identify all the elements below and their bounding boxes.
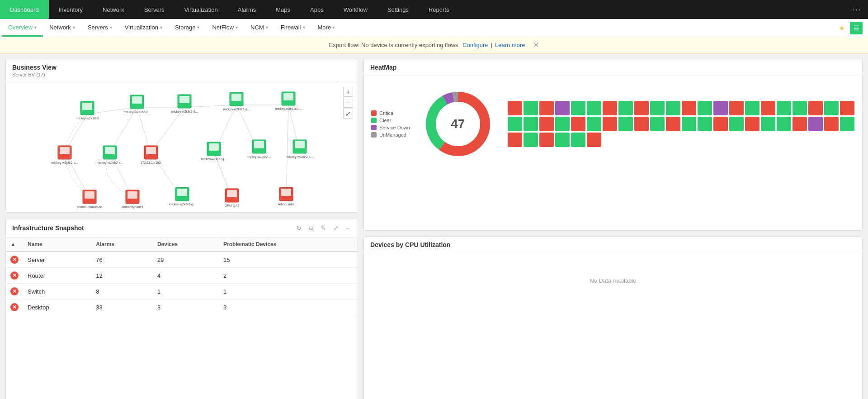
nav-virtualization[interactable]: Virtualization <box>175 0 228 19</box>
subnav-more[interactable]: More ▾ <box>311 19 342 37</box>
subnav-ncm[interactable]: NCM ▾ <box>244 19 274 37</box>
network-node-4[interactable]: mickey-w2k8r2-d... <box>223 92 250 111</box>
configure-link[interactable]: Configure <box>462 42 488 48</box>
problematic-column-header[interactable]: Problematic Devices <box>219 238 358 252</box>
network-node-16[interactable]: Admgr-mbx <box>278 187 295 206</box>
subnav-storage[interactable]: Storage ▾ <box>169 19 206 37</box>
heatmap-cell[interactable] <box>539 101 554 115</box>
heatmap-cell[interactable] <box>729 117 744 131</box>
network-node-3[interactable]: mickey-w2k8r2-d... <box>171 95 198 114</box>
nav-dashboard[interactable]: Dashboard <box>0 0 49 19</box>
zoom-in-button[interactable]: + <box>343 87 353 97</box>
devices-column-header[interactable]: Devices <box>153 238 219 252</box>
subnav-netflow[interactable]: NetFlow ▾ <box>206 19 244 37</box>
fullscreen-button[interactable]: ⤢ <box>331 223 340 233</box>
network-node-7[interactable]: 172.21.10.183 <box>141 146 161 164</box>
heatmap-cell[interactable] <box>603 117 617 131</box>
subnav-servers[interactable]: Servers ▾ <box>81 19 118 37</box>
table-row[interactable]: ✕ Router 12 4 2 <box>6 268 358 284</box>
heatmap-cell[interactable] <box>666 101 680 115</box>
network-node-15[interactable]: OPM-QA4 <box>225 189 239 208</box>
table-row[interactable]: ✕ Desktop 33 3 3 <box>6 299 358 315</box>
favorites-button[interactable]: ★ <box>835 22 848 34</box>
heatmap-cell[interactable] <box>682 101 696 115</box>
heatmap-cell[interactable] <box>634 117 649 131</box>
heatmap-cell[interactable] <box>698 117 712 131</box>
nav-settings[interactable]: Settings <box>377 0 419 19</box>
heatmap-cell[interactable] <box>508 101 522 115</box>
heatmap-cell[interactable] <box>524 117 538 131</box>
network-node-8[interactable]: mickey-w2k8r2-d... <box>52 146 78 165</box>
heatmap-cell[interactable] <box>524 133 538 147</box>
heatmap-cell[interactable] <box>682 117 696 131</box>
table-row[interactable]: ✕ Server 76 29 15 <box>6 252 358 268</box>
heatmap-cell[interactable] <box>555 117 570 131</box>
alarms-column-header[interactable]: Alarms <box>91 238 153 252</box>
heatmap-cell[interactable] <box>539 133 554 147</box>
heatmap-cell[interactable] <box>603 101 617 115</box>
heatmap-cell[interactable] <box>840 117 854 131</box>
zoom-out-button[interactable]: − <box>343 98 353 108</box>
network-node-2[interactable]: mickey-w2k8r2-d... <box>124 95 151 114</box>
nav-alarms[interactable]: Alarms <box>228 0 266 19</box>
learn-more-link[interactable]: Learn more <box>495 42 525 48</box>
subnav-overview[interactable]: Overview ▾ <box>2 19 43 37</box>
nav-apps[interactable]: Apps <box>300 0 334 19</box>
network-node-1[interactable]: mickey-w2k16-3 <box>76 101 99 120</box>
heatmap-cell[interactable] <box>698 101 712 115</box>
heatmap-cell[interactable] <box>587 101 601 115</box>
heatmap-cell[interactable] <box>571 101 585 115</box>
nav-servers[interactable]: Servers <box>134 0 175 19</box>
heatmap-cell[interactable] <box>508 117 522 131</box>
heatmap-cell[interactable] <box>713 101 728 115</box>
nav-maps[interactable]: Maps <box>266 0 300 19</box>
heatmap-cell[interactable] <box>824 101 839 115</box>
nav-reports[interactable]: Reports <box>419 0 459 19</box>
copy-button[interactable]: ⧉ <box>307 223 315 233</box>
expand-button[interactable]: ⤢ <box>343 109 353 119</box>
heatmap-cell[interactable] <box>524 101 538 115</box>
network-map[interactable]: mickey-w2k16-3 mickey-w2k8r2-d... mickey… <box>6 82 358 213</box>
heatmap-cell[interactable] <box>650 101 665 115</box>
heatmap-cell[interactable] <box>587 133 601 147</box>
heatmap-cell[interactable] <box>618 117 633 131</box>
network-node-10[interactable]: mickey-w2k8r2-... <box>247 140 272 159</box>
heatmap-cell[interactable] <box>777 101 791 115</box>
heatmap-cell[interactable] <box>745 101 760 115</box>
heatmap-cell[interactable] <box>777 117 791 131</box>
heatmap-cell[interactable] <box>808 117 823 131</box>
nav-workflow[interactable]: Workflow <box>334 0 377 19</box>
heatmap-cell[interactable] <box>761 101 775 115</box>
network-node-12[interactable]: onman-huawei-on <box>77 190 102 209</box>
heatmap-cell[interactable] <box>745 117 760 131</box>
network-node-6[interactable]: mickey-w2k8r2-k... <box>97 146 123 165</box>
heatmap-cell[interactable] <box>571 117 585 131</box>
heatmap-cell[interactable] <box>713 117 728 131</box>
heatmap-cell[interactable] <box>761 117 775 131</box>
network-node-5[interactable]: mickey-w2k12r2-... <box>275 92 302 111</box>
heatmap-cell[interactable] <box>793 117 807 131</box>
remove-button[interactable]: − <box>344 223 351 233</box>
heatmap-cell[interactable] <box>618 101 633 115</box>
network-node-14[interactable]: mickey-w2k8r2-g... <box>169 187 196 206</box>
nav-inventory[interactable]: Inventory <box>49 0 93 19</box>
network-node-13[interactable]: onmanbynode1 <box>122 190 143 209</box>
network-node-9[interactable]: mickey-w2k8r2-j... <box>201 142 226 161</box>
heatmap-cell[interactable] <box>587 117 601 131</box>
nav-more-dots[interactable]: ⋯ <box>844 0 868 19</box>
nav-network[interactable]: Network <box>93 0 134 19</box>
network-node-11[interactable]: mickey-w2k8r2-o... <box>287 140 313 159</box>
menu-button[interactable]: ☰ <box>850 22 863 34</box>
heatmap-cell[interactable] <box>555 101 570 115</box>
heatmap-cell[interactable] <box>729 101 744 115</box>
heatmap-cell[interactable] <box>824 117 839 131</box>
heatmap-cell[interactable] <box>634 101 649 115</box>
subnav-virtualization[interactable]: Virtualization ▾ <box>118 19 169 37</box>
heatmap-cell[interactable] <box>539 117 554 131</box>
heatmap-cell[interactable] <box>508 133 522 147</box>
edit-button[interactable]: ✎ <box>319 223 328 233</box>
heatmap-cell[interactable] <box>808 101 823 115</box>
heatmap-cell[interactable] <box>666 117 680 131</box>
banner-close-button[interactable]: ✕ <box>533 41 539 49</box>
name-column-header[interactable]: Name <box>23 238 91 252</box>
